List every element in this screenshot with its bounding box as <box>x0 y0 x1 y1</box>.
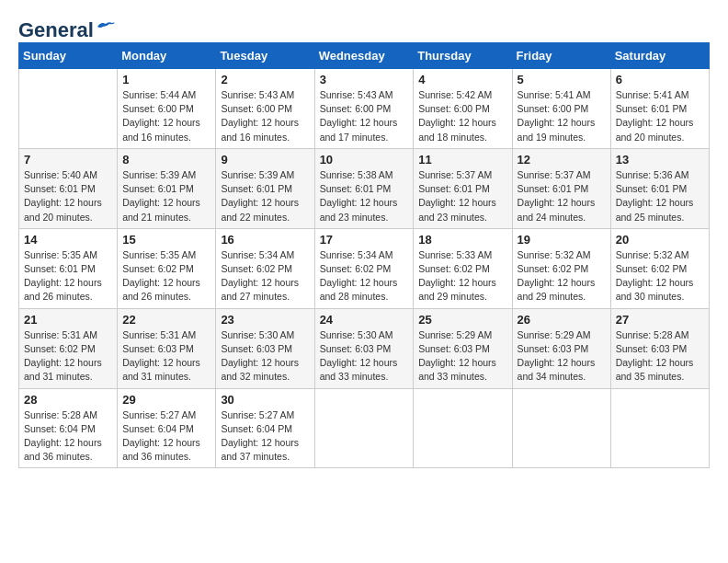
weekday-header-tuesday: Tuesday <box>216 43 314 69</box>
day-info: Sunrise: 5:31 AM Sunset: 6:02 PM Dayligh… <box>24 328 112 385</box>
calendar-week-row: 14Sunrise: 5:35 AM Sunset: 6:01 PM Dayli… <box>19 228 710 308</box>
day-info: Sunrise: 5:35 AM Sunset: 6:02 PM Dayligh… <box>122 248 210 304</box>
day-info: Sunrise: 5:37 AM Sunset: 6:01 PM Dayligh… <box>418 168 506 224</box>
logo-general: General <box>18 18 94 42</box>
day-number: 16 <box>221 233 309 247</box>
calendar-body: 1Sunrise: 5:44 AM Sunset: 6:00 PM Daylig… <box>19 69 710 468</box>
calendar-cell: 19Sunrise: 5:32 AM Sunset: 6:02 PM Dayli… <box>512 228 610 308</box>
calendar-cell: 21Sunrise: 5:31 AM Sunset: 6:02 PM Dayli… <box>19 308 118 388</box>
calendar-cell: 22Sunrise: 5:31 AM Sunset: 6:03 PM Dayli… <box>118 308 216 388</box>
calendar-cell: 12Sunrise: 5:37 AM Sunset: 6:01 PM Dayli… <box>512 148 610 228</box>
logo-bird-icon <box>96 19 116 34</box>
day-info: Sunrise: 5:43 AM Sunset: 6:00 PM Dayligh… <box>221 88 309 144</box>
calendar-cell: 6Sunrise: 5:41 AM Sunset: 6:01 PM Daylig… <box>610 69 709 149</box>
calendar-week-row: 7Sunrise: 5:40 AM Sunset: 6:01 PM Daylig… <box>19 148 710 228</box>
day-info: Sunrise: 5:34 AM Sunset: 6:02 PM Dayligh… <box>320 248 409 304</box>
day-number: 17 <box>320 233 409 247</box>
day-number: 21 <box>24 313 112 327</box>
calendar-cell: 24Sunrise: 5:30 AM Sunset: 6:03 PM Dayli… <box>314 308 414 388</box>
calendar-cell: 13Sunrise: 5:36 AM Sunset: 6:01 PM Dayli… <box>610 148 709 228</box>
day-info: Sunrise: 5:30 AM Sunset: 6:03 PM Dayligh… <box>221 328 309 385</box>
calendar-cell: 8Sunrise: 5:39 AM Sunset: 6:01 PM Daylig… <box>118 148 216 228</box>
weekday-header-wednesday: Wednesday <box>314 43 414 69</box>
calendar-cell <box>314 388 414 468</box>
calendar-cell: 4Sunrise: 5:42 AM Sunset: 6:00 PM Daylig… <box>414 69 512 149</box>
calendar-cell: 11Sunrise: 5:37 AM Sunset: 6:01 PM Dayli… <box>414 148 512 228</box>
calendar-cell <box>610 388 709 468</box>
day-info: Sunrise: 5:38 AM Sunset: 6:01 PM Dayligh… <box>320 168 409 224</box>
day-number: 9 <box>221 153 309 167</box>
calendar-table: SundayMondayTuesdayWednesdayThursdayFrid… <box>18 42 710 468</box>
day-number: 6 <box>616 73 704 86</box>
calendar-cell: 29Sunrise: 5:27 AM Sunset: 6:04 PM Dayli… <box>118 388 216 468</box>
day-info: Sunrise: 5:42 AM Sunset: 6:00 PM Dayligh… <box>418 88 506 144</box>
day-number: 25 <box>418 313 506 327</box>
day-info: Sunrise: 5:43 AM Sunset: 6:00 PM Dayligh… <box>320 88 409 144</box>
day-number: 5 <box>518 73 606 86</box>
day-number: 23 <box>221 313 309 327</box>
calendar-cell: 1Sunrise: 5:44 AM Sunset: 6:00 PM Daylig… <box>118 69 216 149</box>
calendar-cell <box>512 388 610 468</box>
calendar-cell: 5Sunrise: 5:41 AM Sunset: 6:00 PM Daylig… <box>512 69 610 149</box>
day-info: Sunrise: 5:29 AM Sunset: 6:03 PM Dayligh… <box>518 328 606 385</box>
logo: General <box>18 18 116 37</box>
calendar-cell: 9Sunrise: 5:39 AM Sunset: 6:01 PM Daylig… <box>216 148 314 228</box>
calendar-cell: 14Sunrise: 5:35 AM Sunset: 6:01 PM Dayli… <box>19 228 118 308</box>
day-number: 20 <box>616 233 704 247</box>
day-number: 7 <box>24 153 112 167</box>
day-info: Sunrise: 5:44 AM Sunset: 6:00 PM Dayligh… <box>122 88 210 144</box>
day-info: Sunrise: 5:29 AM Sunset: 6:03 PM Dayligh… <box>418 328 506 385</box>
calendar-cell: 2Sunrise: 5:43 AM Sunset: 6:00 PM Daylig… <box>216 69 314 149</box>
day-number: 30 <box>221 393 309 407</box>
day-info: Sunrise: 5:39 AM Sunset: 6:01 PM Dayligh… <box>221 168 309 224</box>
calendar-cell: 26Sunrise: 5:29 AM Sunset: 6:03 PM Dayli… <box>512 308 610 388</box>
day-info: Sunrise: 5:27 AM Sunset: 6:04 PM Dayligh… <box>221 408 309 465</box>
day-number: 10 <box>320 153 409 167</box>
calendar-cell: 17Sunrise: 5:34 AM Sunset: 6:02 PM Dayli… <box>314 228 414 308</box>
day-number: 19 <box>518 233 606 247</box>
day-info: Sunrise: 5:28 AM Sunset: 6:03 PM Dayligh… <box>616 328 704 385</box>
calendar-cell: 3Sunrise: 5:43 AM Sunset: 6:00 PM Daylig… <box>314 69 414 149</box>
day-info: Sunrise: 5:30 AM Sunset: 6:03 PM Dayligh… <box>320 328 409 385</box>
day-number: 28 <box>24 393 112 407</box>
day-info: Sunrise: 5:39 AM Sunset: 6:01 PM Dayligh… <box>122 168 210 224</box>
day-info: Sunrise: 5:31 AM Sunset: 6:03 PM Dayligh… <box>122 328 210 385</box>
day-number: 24 <box>320 313 409 327</box>
calendar-cell: 30Sunrise: 5:27 AM Sunset: 6:04 PM Dayli… <box>216 388 314 468</box>
weekday-header-sunday: Sunday <box>19 43 118 69</box>
day-info: Sunrise: 5:32 AM Sunset: 6:02 PM Dayligh… <box>616 248 704 304</box>
day-info: Sunrise: 5:34 AM Sunset: 6:02 PM Dayligh… <box>221 248 309 304</box>
day-number: 3 <box>320 73 409 86</box>
day-number: 8 <box>122 153 210 167</box>
day-number: 11 <box>418 153 506 167</box>
day-number: 4 <box>418 73 506 86</box>
calendar-cell: 20Sunrise: 5:32 AM Sunset: 6:02 PM Dayli… <box>610 228 709 308</box>
day-info: Sunrise: 5:41 AM Sunset: 6:01 PM Dayligh… <box>616 88 704 144</box>
calendar-week-row: 28Sunrise: 5:28 AM Sunset: 6:04 PM Dayli… <box>19 388 710 468</box>
day-number: 27 <box>616 313 704 327</box>
calendar-week-row: 21Sunrise: 5:31 AM Sunset: 6:02 PM Dayli… <box>19 308 710 388</box>
day-number: 29 <box>122 393 210 407</box>
calendar-cell: 15Sunrise: 5:35 AM Sunset: 6:02 PM Dayli… <box>118 228 216 308</box>
day-number: 15 <box>122 233 210 247</box>
day-info: Sunrise: 5:36 AM Sunset: 6:01 PM Dayligh… <box>616 168 704 224</box>
calendar-cell: 18Sunrise: 5:33 AM Sunset: 6:02 PM Dayli… <box>414 228 512 308</box>
day-number: 1 <box>122 73 210 86</box>
page-header: General <box>18 18 710 37</box>
day-info: Sunrise: 5:28 AM Sunset: 6:04 PM Dayligh… <box>24 408 112 465</box>
day-info: Sunrise: 5:37 AM Sunset: 6:01 PM Dayligh… <box>518 168 606 224</box>
calendar-week-row: 1Sunrise: 5:44 AM Sunset: 6:00 PM Daylig… <box>19 69 710 149</box>
calendar-cell <box>414 388 512 468</box>
calendar-cell <box>19 69 118 149</box>
day-info: Sunrise: 5:33 AM Sunset: 6:02 PM Dayligh… <box>418 248 506 304</box>
day-number: 26 <box>518 313 606 327</box>
day-number: 22 <box>122 313 210 327</box>
day-number: 12 <box>518 153 606 167</box>
calendar-cell: 27Sunrise: 5:28 AM Sunset: 6:03 PM Dayli… <box>610 308 709 388</box>
day-info: Sunrise: 5:40 AM Sunset: 6:01 PM Dayligh… <box>24 168 112 224</box>
calendar-cell: 7Sunrise: 5:40 AM Sunset: 6:01 PM Daylig… <box>19 148 118 228</box>
day-info: Sunrise: 5:41 AM Sunset: 6:00 PM Dayligh… <box>518 88 606 144</box>
day-number: 14 <box>24 233 112 247</box>
day-number: 2 <box>221 73 309 86</box>
weekday-header-saturday: Saturday <box>610 43 709 69</box>
